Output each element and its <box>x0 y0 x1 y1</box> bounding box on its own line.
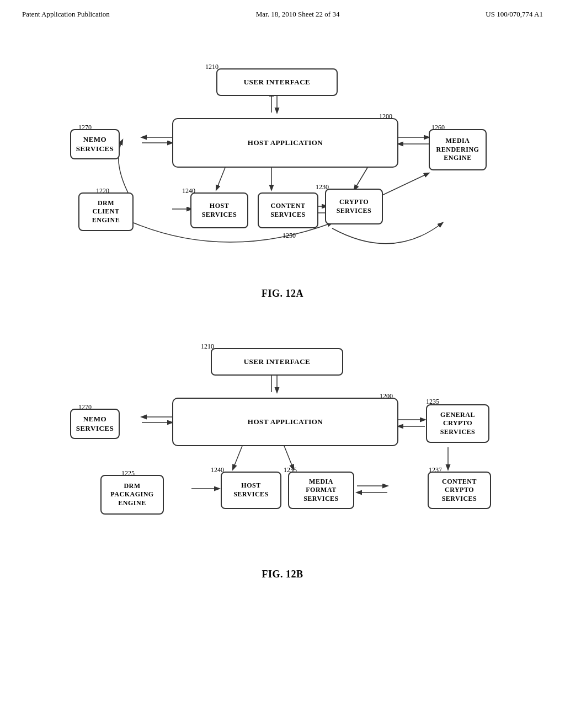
media-box-a: MEDIA RENDERING ENGINE <box>429 129 487 170</box>
nemo-box-a: NEMO SERVICES <box>70 129 120 159</box>
arrow-crypto-to-media <box>376 173 429 198</box>
label-1250-a: 1250 <box>282 232 296 240</box>
host-app-box-b: HOST APPLICATION <box>172 398 398 446</box>
fig12b-area: 1210 USER INTERFACE 1200 HOST APPLICATIO… <box>45 333 520 564</box>
page-header: Patent Application Publication Mar. 18, … <box>0 0 565 19</box>
drm-box-a: DRM CLIENT ENGINE <box>78 192 134 231</box>
ui-box-a: USER INTERFACE <box>216 68 338 96</box>
ui-box-b: USER INTERFACE <box>211 348 343 376</box>
header-left: Patent Application Publication <box>22 10 110 19</box>
arrow-drm-to-nemo <box>119 140 131 198</box>
media-fmt-box-b: MEDIA FORMAT SERVICES <box>288 472 354 509</box>
gen-crypto-box-b: GENERAL CRYPTO SERVICES <box>426 404 489 443</box>
drm-pkg-box-b: DRM PACKAGING ENGINE <box>100 475 164 515</box>
content-svc-box-a: CONTENT SERVICES <box>258 192 318 228</box>
fig12a-area: 1210 USER INTERFACE 1200 HOST APPLICATIO… <box>45 52 520 283</box>
nemo-box-b: NEMO SERVICES <box>70 409 120 439</box>
fig12b-label: FIG. 12B <box>45 569 520 580</box>
crypto-box-a: CRYPTO SERVICES <box>325 189 383 224</box>
content-crypto-box-b: CONTENT CRYPTO SERVICES <box>428 472 491 509</box>
host-app-box-a: HOST APPLICATION <box>172 118 398 168</box>
header-center: Mar. 18, 2010 Sheet 22 of 34 <box>256 10 340 19</box>
header-right: US 100/070,774 A1 <box>486 10 543 19</box>
host-svc-box-b: HOST SERVICES <box>221 472 281 509</box>
fig12b-diagram: 1210 USER INTERFACE 1200 HOST APPLICATIO… <box>45 333 520 580</box>
fig12a-label: FIG. 12A <box>45 288 520 299</box>
arrow-bottom-curve2 <box>332 223 443 244</box>
fig12a-diagram: 1210 USER INTERFACE 1200 HOST APPLICATIO… <box>45 52 520 299</box>
host-svc-box-a: HOST SERVICES <box>190 192 248 228</box>
